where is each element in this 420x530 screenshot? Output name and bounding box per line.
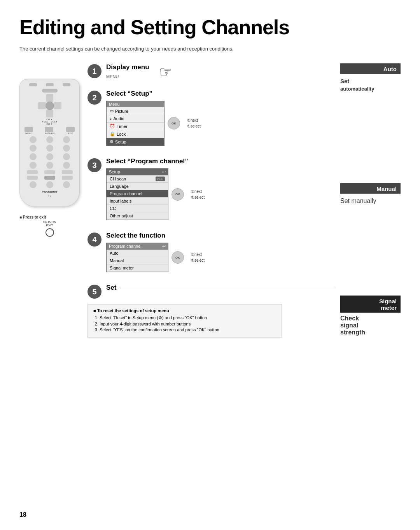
- step-4-item-signal: Signal meter: [107, 264, 168, 272]
- remote-rect-4: [27, 176, 38, 180]
- all-tag: ALL: [156, 177, 165, 181]
- dpad-left: [38, 102, 46, 109]
- dpad-up: [46, 94, 53, 102]
- remote-rect-3: [62, 170, 73, 174]
- manual-label: Manual: [344, 185, 397, 192]
- step-1-number: 1: [88, 64, 102, 78]
- remote-round-7: [30, 153, 37, 160]
- remote-wide-btn: [42, 89, 58, 93]
- step-3-menu: Setup ↩ CH scan ALL Language Program cha…: [106, 168, 168, 220]
- step-3-nav-select: ①select: [191, 195, 205, 199]
- step-3-nav-hints: ②next ①select: [188, 189, 205, 199]
- step-5-number: 5: [88, 285, 102, 299]
- step-5: 5 Set: [88, 284, 334, 298]
- step-3-number: 3: [88, 158, 102, 172]
- step-2-nav-select: ①select: [187, 124, 201, 128]
- step-4-number: 4: [88, 233, 102, 247]
- manual-heading: Set: [340, 198, 350, 204]
- page-title: Editing and Setting Channels: [19, 16, 401, 39]
- remote-round-10: [30, 162, 37, 169]
- step-4-menu: Program channel ↩ Auto Manual Signal met…: [106, 243, 168, 272]
- step-3-item-language: Language: [107, 183, 168, 190]
- manual-subheading: manually: [351, 198, 376, 204]
- step-5-title-line: Set: [106, 284, 334, 292]
- remote-round-1: [30, 136, 37, 143]
- step-1: 1 Display menu MENU ☞: [88, 63, 334, 80]
- auto-panel-header: Auto: [340, 63, 401, 74]
- step-4-menu-header: Program channel ↩: [107, 243, 168, 250]
- auto-subheading: automaticallty: [340, 86, 374, 92]
- signal-label: Signalmeter: [344, 298, 397, 311]
- step-4-title: Select the function: [106, 232, 334, 240]
- reset-note: ■ To reset the settings of setup menu Se…: [88, 304, 282, 338]
- auto-label: Auto: [344, 66, 397, 72]
- page-number: 18: [19, 511, 26, 518]
- remote-round-11: [46, 162, 53, 169]
- step-4-nav-select: ①select: [191, 258, 205, 262]
- step-4-ok-dial: OK: [172, 251, 184, 264]
- step-2-nav-hints: ②next ①select: [184, 118, 201, 128]
- remote-round-8: [46, 153, 53, 160]
- remote-rect-5-dark: [44, 176, 55, 180]
- step-4-back-icon: ↩: [162, 244, 166, 249]
- remote-round-13: [30, 181, 37, 188]
- step-3-item-other-adjust: Other adjust: [107, 212, 168, 220]
- step-3-ok-dial: OK: [172, 188, 184, 201]
- menu-btn: [24, 127, 33, 132]
- remote-round-9: [63, 153, 70, 160]
- step-4-item-manual: Manual: [107, 257, 168, 264]
- remote-round-3: [63, 136, 70, 143]
- signal-panel-body: Check signalstrength: [340, 313, 401, 338]
- step-2-item-picture: ▭ Picture: [107, 107, 164, 115]
- step-2: 2 Select “Setup” Menu ▭ Picture ♪ Audio …: [88, 90, 334, 146]
- step-3-item-cc: CC: [107, 205, 168, 212]
- remote-round-14: [46, 181, 53, 188]
- step-4-nav-next: ②next: [191, 252, 205, 257]
- remote-round-15: [63, 181, 70, 188]
- step-2-title: Select “Setup”: [106, 90, 334, 98]
- step-5-title: Set: [106, 284, 116, 292]
- step-2-number: 2: [88, 91, 102, 105]
- reset-step-1: Select "Reset" in Setup menu (⚙) and pre…: [100, 315, 276, 320]
- remote-top-btn-3: [63, 83, 70, 86]
- remote-dpad: [38, 94, 61, 117]
- menu-hand-icon: ☞: [159, 63, 172, 80]
- remote-rect-2: [44, 170, 55, 174]
- auto-heading: Set: [340, 78, 401, 84]
- auto-panel-body: Set automaticallty: [340, 75, 401, 95]
- step-1-subtitle: MENU: [106, 74, 149, 79]
- remote-top-btn-2: [46, 83, 54, 86]
- step-2-nav-next: ②next: [187, 118, 201, 122]
- step-3-item-chscan: CH scan ALL: [107, 175, 168, 183]
- step-4: 4 Select the function Program channel ↩ …: [88, 232, 334, 272]
- reset-note-title: ■ To reset the settings of setup menu: [93, 308, 276, 313]
- step-2-item-lock: 🔒 Lock: [107, 130, 164, 138]
- step-2-item-audio: ♪ Audio: [107, 115, 164, 122]
- press-to-exit: ■ Press to exit RETURN EXIT: [19, 215, 80, 238]
- step-3-nav-next: ②next: [191, 189, 205, 194]
- return-btn: [45, 127, 53, 132]
- page-subtitle: The current channel settings can be chan…: [19, 46, 401, 52]
- dpad-labels: CH ▲◄VOL VOL►CH ▼: [41, 118, 58, 125]
- remote-control: CH ▲◄VOL VOL►CH ▼ MENU RETURN EXIT: [19, 79, 88, 207]
- step-1-title: Display menu: [106, 63, 149, 71]
- step-3-menu-header: Setup ↩: [107, 169, 168, 175]
- step-3: 3 Select “Program channel” Setup ↩ CH sc…: [88, 157, 334, 220]
- remote-round-2: [46, 136, 53, 143]
- remote-model: TV: [24, 194, 75, 197]
- remote-round-5: [46, 145, 53, 152]
- remote-rect-1: [27, 170, 38, 174]
- remote-brand: Panasonic: [24, 190, 75, 194]
- step-2-ok-dial: OK: [168, 117, 180, 129]
- step-3-item-input-labels: Input labels: [107, 198, 168, 205]
- signal-panel-header: Signalmeter: [340, 296, 401, 313]
- reset-step-2: Input your 4-digit password with number …: [100, 322, 276, 326]
- step-3-back-icon: ↩: [162, 170, 166, 175]
- right-sidebar: Auto Set automaticallty Manual Set manua…: [334, 63, 401, 338]
- signal-strength-label: signalstrength: [340, 322, 365, 336]
- step-2-menu: Menu ▭ Picture ♪ Audio ⏰ Timer 🔒 Lock ⚙ …: [106, 101, 164, 146]
- step-4-nav-hints: ②next ①select: [188, 252, 205, 262]
- exit-icon: [46, 228, 54, 237]
- dpad-down: [46, 110, 53, 117]
- remote-top-btn-1: [29, 83, 37, 86]
